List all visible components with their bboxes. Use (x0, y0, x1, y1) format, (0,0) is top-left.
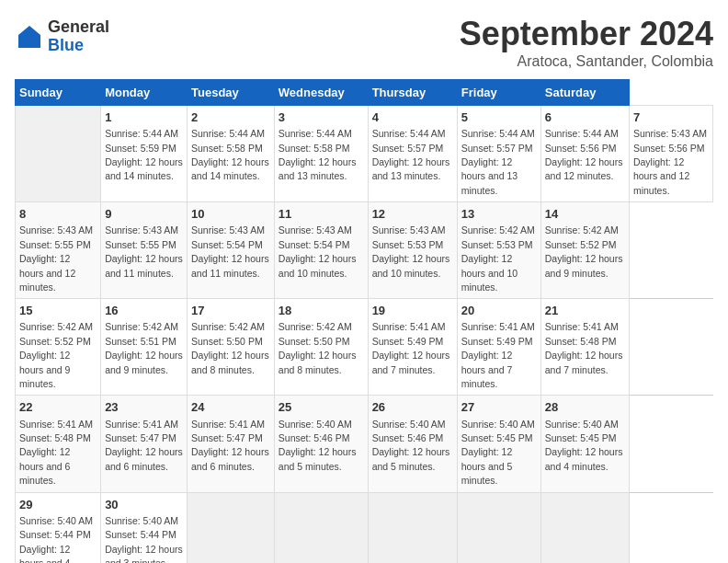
calendar-cell: 30Sunrise: 5:40 AMSunset: 5:44 PMDayligh… (101, 492, 188, 563)
calendar-week-row: 22Sunrise: 5:41 AMSunset: 5:48 PMDayligh… (16, 396, 713, 492)
logo-blue: Blue (48, 37, 109, 55)
day-info: Sunrise: 5:42 AMSunset: 5:50 PMDaylight:… (279, 321, 357, 374)
day-info: Sunrise: 5:44 AMSunset: 5:57 PMDaylight:… (372, 128, 450, 181)
day-number: 28 (545, 399, 625, 416)
calendar-cell (188, 492, 275, 563)
calendar-cell: 15Sunrise: 5:42 AMSunset: 5:52 PMDayligh… (16, 299, 101, 396)
calendar-cell: 14Sunrise: 5:42 AMSunset: 5:52 PMDayligh… (540, 202, 629, 299)
day-number: 19 (372, 303, 453, 319)
calendar-cell: 19Sunrise: 5:41 AMSunset: 5:49 PMDayligh… (368, 299, 457, 396)
calendar-cell: 23Sunrise: 5:41 AMSunset: 5:47 PMDayligh… (101, 396, 188, 492)
calendar-cell: 6Sunrise: 5:44 AMSunset: 5:56 PMDaylight… (540, 106, 629, 202)
calendar-cell: 20Sunrise: 5:41 AMSunset: 5:49 PMDayligh… (457, 299, 540, 396)
column-header-thursday: Thursday (368, 80, 457, 106)
day-number: 22 (19, 399, 97, 416)
empty-cell (16, 106, 101, 202)
calendar-cell: 10Sunrise: 5:43 AMSunset: 5:54 PMDayligh… (188, 202, 275, 299)
calendar-cell: 3Sunrise: 5:44 AMSunset: 5:58 PMDaylight… (274, 106, 368, 202)
calendar-week-row: 1Sunrise: 5:44 AMSunset: 5:59 PMDaylight… (16, 106, 713, 202)
calendar-cell: 27Sunrise: 5:40 AMSunset: 5:45 PMDayligh… (457, 396, 540, 492)
page-header: General Blue September 2024 Aratoca, San… (15, 15, 713, 70)
day-number: 9 (105, 206, 183, 223)
logo: General Blue (15, 18, 109, 55)
day-number: 11 (279, 206, 364, 223)
month-title: September 2024 (460, 15, 713, 53)
day-number: 2 (191, 109, 270, 126)
day-info: Sunrise: 5:40 AMSunset: 5:44 PMDaylight:… (19, 515, 93, 563)
calendar-cell (274, 492, 368, 563)
day-info: Sunrise: 5:40 AMSunset: 5:45 PMDaylight:… (461, 419, 535, 487)
calendar-cell: 16Sunrise: 5:42 AMSunset: 5:51 PMDayligh… (101, 299, 188, 396)
day-info: Sunrise: 5:42 AMSunset: 5:52 PMDaylight:… (19, 321, 93, 389)
calendar-cell: 12Sunrise: 5:43 AMSunset: 5:53 PMDayligh… (368, 202, 457, 299)
calendar-cell: 22Sunrise: 5:41 AMSunset: 5:48 PMDayligh… (16, 396, 101, 492)
day-number: 27 (461, 399, 537, 416)
calendar-cell: 4Sunrise: 5:44 AMSunset: 5:57 PMDaylight… (368, 106, 457, 202)
calendar-cell: 9Sunrise: 5:43 AMSunset: 5:55 PMDaylight… (101, 202, 188, 299)
calendar-cell: 25Sunrise: 5:40 AMSunset: 5:46 PMDayligh… (274, 396, 368, 492)
title-block: September 2024 Aratoca, Santander, Colom… (460, 15, 713, 70)
column-header-tuesday: Tuesday (188, 80, 275, 106)
day-info: Sunrise: 5:40 AMSunset: 5:46 PMDaylight:… (279, 419, 357, 472)
calendar-cell: 26Sunrise: 5:40 AMSunset: 5:46 PMDayligh… (368, 396, 457, 492)
column-header-friday: Friday (457, 80, 540, 106)
calendar-cell: 24Sunrise: 5:41 AMSunset: 5:47 PMDayligh… (188, 396, 275, 492)
calendar-cell: 7Sunrise: 5:43 AMSunset: 5:56 PMDaylight… (629, 106, 712, 202)
calendar-cell: 1Sunrise: 5:44 AMSunset: 5:59 PMDaylight… (101, 106, 188, 202)
day-info: Sunrise: 5:44 AMSunset: 5:58 PMDaylight:… (279, 128, 357, 181)
day-info: Sunrise: 5:40 AMSunset: 5:45 PMDaylight:… (545, 419, 623, 472)
day-info: Sunrise: 5:41 AMSunset: 5:47 PMDaylight:… (105, 419, 183, 472)
day-info: Sunrise: 5:43 AMSunset: 5:55 PMDaylight:… (105, 224, 183, 278)
calendar-cell (457, 492, 540, 563)
day-info: Sunrise: 5:41 AMSunset: 5:47 PMDaylight:… (191, 419, 269, 472)
day-info: Sunrise: 5:42 AMSunset: 5:53 PMDaylight:… (461, 224, 535, 293)
day-info: Sunrise: 5:43 AMSunset: 5:54 PMDaylight:… (191, 224, 269, 278)
calendar-cell: 21Sunrise: 5:41 AMSunset: 5:48 PMDayligh… (540, 299, 629, 396)
day-info: Sunrise: 5:42 AMSunset: 5:52 PMDaylight:… (545, 224, 623, 278)
day-info: Sunrise: 5:43 AMSunset: 5:53 PMDaylight:… (372, 224, 450, 278)
calendar-cell: 29Sunrise: 5:40 AMSunset: 5:44 PMDayligh… (16, 492, 101, 563)
day-number: 14 (545, 206, 625, 223)
day-info: Sunrise: 5:41 AMSunset: 5:48 PMDaylight:… (545, 321, 623, 374)
day-number: 5 (461, 109, 537, 126)
day-info: Sunrise: 5:43 AMSunset: 5:55 PMDaylight:… (19, 224, 93, 293)
calendar-table: SundayMondayTuesdayWednesdayThursdayFrid… (15, 79, 713, 563)
calendar-header-row: SundayMondayTuesdayWednesdayThursdayFrid… (16, 80, 713, 106)
day-number: 23 (105, 399, 183, 416)
calendar-cell: 18Sunrise: 5:42 AMSunset: 5:50 PMDayligh… (274, 299, 368, 396)
calendar-cell: 5Sunrise: 5:44 AMSunset: 5:57 PMDaylight… (457, 106, 540, 202)
day-info: Sunrise: 5:40 AMSunset: 5:44 PMDaylight:… (105, 515, 183, 563)
day-number: 16 (105, 303, 183, 319)
calendar-cell: 2Sunrise: 5:44 AMSunset: 5:58 PMDaylight… (188, 106, 275, 202)
calendar-week-row: 8Sunrise: 5:43 AMSunset: 5:55 PMDaylight… (16, 202, 713, 299)
day-number: 7 (633, 109, 709, 126)
day-info: Sunrise: 5:44 AMSunset: 5:56 PMDaylight:… (545, 128, 623, 181)
calendar-week-row: 29Sunrise: 5:40 AMSunset: 5:44 PMDayligh… (16, 492, 713, 563)
calendar-cell: 11Sunrise: 5:43 AMSunset: 5:54 PMDayligh… (274, 202, 368, 299)
day-number: 15 (19, 303, 97, 319)
calendar-cell: 17Sunrise: 5:42 AMSunset: 5:50 PMDayligh… (188, 299, 275, 396)
calendar-cell: 8Sunrise: 5:43 AMSunset: 5:55 PMDaylight… (16, 202, 101, 299)
day-info: Sunrise: 5:44 AMSunset: 5:59 PMDaylight:… (105, 128, 183, 181)
day-info: Sunrise: 5:44 AMSunset: 5:58 PMDaylight:… (191, 128, 269, 181)
day-number: 26 (372, 399, 453, 416)
day-number: 17 (191, 303, 270, 319)
day-info: Sunrise: 5:41 AMSunset: 5:48 PMDaylight:… (19, 419, 93, 487)
logo-general: General (48, 18, 109, 37)
day-number: 24 (191, 399, 270, 416)
calendar-week-row: 15Sunrise: 5:42 AMSunset: 5:52 PMDayligh… (16, 299, 713, 396)
day-number: 20 (461, 303, 537, 319)
svg-marker-0 (18, 26, 40, 48)
day-number: 10 (191, 206, 270, 223)
day-info: Sunrise: 5:44 AMSunset: 5:57 PMDaylight:… (461, 128, 535, 196)
day-number: 8 (19, 206, 97, 223)
day-number: 6 (545, 109, 625, 126)
day-number: 25 (279, 399, 364, 416)
column-header-saturday: Saturday (540, 80, 629, 106)
column-header-sunday: Sunday (16, 80, 101, 106)
logo-icon (15, 22, 44, 52)
day-info: Sunrise: 5:41 AMSunset: 5:49 PMDaylight:… (372, 321, 450, 374)
day-number: 3 (279, 109, 364, 126)
calendar-cell: 13Sunrise: 5:42 AMSunset: 5:53 PMDayligh… (457, 202, 540, 299)
day-number: 29 (19, 497, 97, 513)
